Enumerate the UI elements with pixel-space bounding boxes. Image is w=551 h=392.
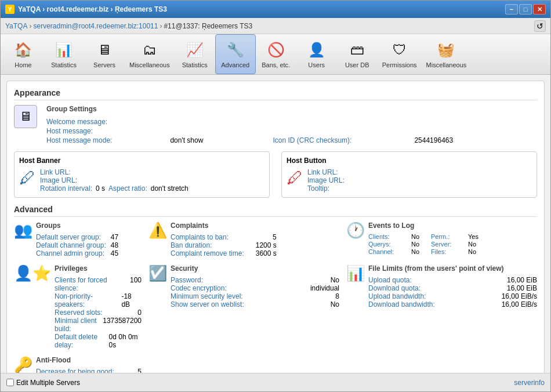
default-channel-group-val: 48 (111, 241, 118, 249)
server-link[interactable]: Server: (431, 241, 466, 248)
complaint-remove-time-link[interactable]: Complaint remove time: (171, 249, 244, 257)
advanced-icon: 🔧 (226, 41, 245, 59)
min-security-val: 8 (335, 292, 339, 300)
host-message-link[interactable]: Host message: (46, 127, 453, 135)
addr-server[interactable]: serveradmin@root4.redeemer.biz:10011 (33, 22, 158, 30)
toolbar-advanced[interactable]: 🔧 Advanced (215, 34, 256, 74)
banner-imageurl[interactable]: Image URL: (40, 176, 77, 184)
toolbar-home[interactable]: 🏠 Home (3, 34, 44, 74)
decrease-good-link[interactable]: Decrease for being good: (36, 368, 114, 373)
toolbar-misc2-label: Miscellaneous (426, 61, 467, 68)
delete-delay-link[interactable]: Default delete delay: (55, 333, 109, 349)
privileges-icon: 👤⭐ (14, 264, 51, 282)
codec-encryption-val: individual (310, 284, 339, 292)
upload-quota-link[interactable]: Upload quota: (368, 276, 412, 284)
codec-encryption-link[interactable]: Codec encryption: (171, 284, 227, 292)
back-button[interactable]: ↺ (534, 20, 546, 32)
main-panel: Appearance 🖥 Group Settings Welcome mess… (1, 75, 550, 373)
toolbar-bans-label: Bans, etc. (262, 61, 290, 68)
panel-background: Appearance 🖥 Group Settings Welcome mess… (6, 81, 545, 373)
banner-links: Link URL: Image URL: Rotation interval: … (40, 168, 188, 193)
reserved-slots-link[interactable]: Reserved slots: (55, 308, 103, 317)
complaints-to-ban-val: 5 (273, 233, 277, 241)
groups-title: Groups (36, 222, 118, 230)
minimal-build-link[interactable]: Minimal client build: (55, 317, 103, 333)
hbtn-tooltip[interactable]: Tooltip: (307, 184, 329, 193)
ban-duration-val: 1200 s (256, 241, 277, 249)
title-bar: Y YaTQA › root4.redeemer.biz › Ŗedeemers… (1, 1, 550, 18)
toolbar-servers[interactable]: 🖥 Servers (84, 34, 125, 74)
edit-multiple-label: Edit Multiple Servers (16, 379, 80, 387)
misc2-icon: 🧺 (437, 41, 455, 59)
channel-admin-group-link[interactable]: Channel admin group: (36, 249, 104, 257)
toolbar-misc2[interactable]: 🧺 Miscellaneous (422, 34, 472, 74)
download-bandwidth-link[interactable]: Download bandwidth: (368, 300, 435, 308)
toolbar-bans[interactable]: 🚫 Bans, etc. (256, 34, 296, 74)
minimize-button[interactable]: − (505, 4, 518, 14)
toolbar-statistics2[interactable]: 📈 Statistics (175, 34, 215, 74)
rotation-interval-link[interactable]: Rotation interval: (40, 184, 92, 193)
channel-link[interactable]: Channel: (368, 248, 409, 255)
password-link[interactable]: Password: (171, 276, 203, 284)
channel-val: No (411, 248, 429, 255)
default-server-group-link[interactable]: Default server group: (36, 233, 101, 241)
advanced-title: Advanced (14, 205, 537, 217)
close-button[interactable]: ✕ (533, 4, 546, 14)
toolbar-userdb[interactable]: 🗃 User DB (337, 34, 378, 74)
password-val: No (331, 276, 339, 284)
hbtn-imageurl[interactable]: Image URL: (307, 176, 345, 184)
events-title: Events to Log (368, 222, 485, 230)
addr-current: #11@1337: Ŗedeemers TS3 (164, 22, 252, 30)
toolbar-home-label: Home (14, 61, 31, 68)
hbtn-linkurl[interactable]: Link URL: (307, 168, 338, 176)
anti-flood-box: 🔑 Anti-Flood Decrease for being good: 5 … (14, 356, 142, 373)
icon-id-value: 2544196463 (414, 136, 453, 144)
events-box: 🕐 Events to Log Clients: No Perm.: Yes Q… (346, 222, 537, 257)
banner-linkurl[interactable]: Link URL: (40, 168, 71, 176)
maximize-button[interactable]: □ (519, 4, 532, 14)
file-limits-title: File Limits (from the users' point of vi… (368, 264, 537, 273)
clients-link[interactable]: Clients: (368, 233, 409, 240)
content-area: Appearance 🖥 Group Settings Welcome mess… (1, 75, 550, 391)
show-weblist-link[interactable]: Show server on weblist: (171, 300, 244, 308)
reserved-slots-val: 0 (137, 308, 142, 317)
ban-duration-link[interactable]: Ban duration: (171, 241, 212, 249)
serverinfo-link[interactable]: serverinfo (514, 379, 545, 387)
complaints-to-ban-link[interactable]: Complaints to ban: (171, 233, 229, 241)
default-channel-group-link[interactable]: Default channel group: (36, 241, 106, 249)
complaint-remove-time-val: 3600 s (256, 249, 277, 257)
groups-icon: 👥 (14, 222, 32, 239)
clients-silence-link[interactable]: Clients for forced silence: (55, 276, 130, 292)
toolbar-permissions[interactable]: 🛡 Permissions (378, 34, 422, 74)
querys-link[interactable]: Querys: (368, 241, 409, 248)
complaints-title: Complaints (171, 222, 277, 230)
group-settings-title: Group Settings (46, 105, 453, 113)
min-security-link[interactable]: Minimum security level: (171, 292, 243, 300)
non-priority-val: -18 dB (121, 292, 142, 308)
download-quota-link[interactable]: Download quota: (368, 284, 420, 292)
toolbar-users[interactable]: 👤 Users (296, 34, 337, 74)
main-window: Y YaTQA › root4.redeemer.biz › Ŗedeemers… (0, 0, 551, 392)
querys-val: No (411, 241, 429, 248)
perm-link[interactable]: Perm.: (431, 233, 466, 240)
toolbar-users-label: Users (308, 61, 325, 68)
non-priority-link[interactable]: Non-priority-speakers: (55, 292, 121, 308)
servers-icon: 🖥 (95, 41, 114, 59)
welcome-message-link[interactable]: Welcome message: (46, 118, 453, 126)
host-button-title: Host Button (287, 157, 532, 165)
host-banner-box: Host Banner 🖊 Link URL: Image URL: Rotat… (14, 151, 270, 198)
icon-id-label[interactable]: Icon ID (CRC checksum): (273, 136, 351, 144)
banner-icon: 🖊 (19, 168, 35, 193)
edit-multiple-checkbox[interactable] (6, 379, 14, 386)
host-message-mode-link[interactable]: Host message mode: (46, 136, 112, 144)
privileges-box: 👤⭐ Privileges Clients for forced silence… (14, 264, 142, 349)
toolbar-statistics1[interactable]: 📊 Statistics (44, 34, 84, 74)
toolbar: 🏠 Home 📊 Statistics 🖥 Servers 🗂 Miscella… (1, 34, 550, 75)
addr-yatqa[interactable]: YaTQA (5, 22, 27, 30)
upload-bandwidth-val: 16,00 EiB/s (502, 292, 537, 300)
toolbar-misc1[interactable]: 🗂 Miscellaneous (125, 34, 175, 74)
files-link[interactable]: Files: (431, 248, 466, 255)
host-button-box: Host Button 🖊 Link URL: Image URL: Toolt… (281, 151, 537, 198)
upload-bandwidth-link[interactable]: Upload bandwidth: (368, 292, 426, 300)
aspect-ratio-link[interactable]: Aspect ratio: (108, 184, 147, 193)
